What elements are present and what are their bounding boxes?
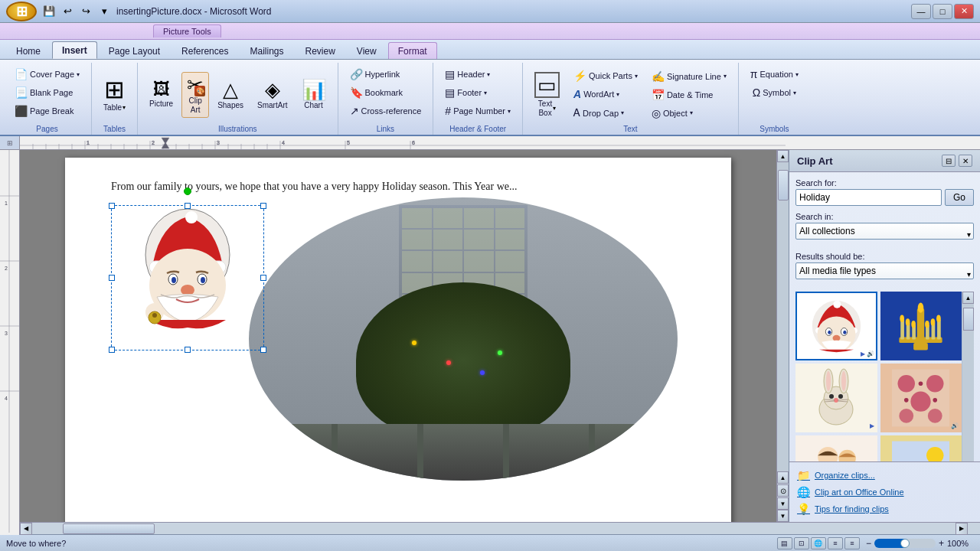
results-select[interactable]: All media file types <box>795 262 974 279</box>
page-break-button[interactable]: ⬛ Page Break <box>9 103 79 119</box>
scroll-prev-button[interactable]: ▲ <box>777 471 789 484</box>
hyperlink-button[interactable]: 🔗 Hyperlink <box>345 66 406 83</box>
handle-br[interactable] <box>260 347 266 353</box>
office-button[interactable]: ⊞ <box>6 2 37 21</box>
full-screen-button[interactable]: ⊡ <box>794 537 809 549</box>
drop-cap-button[interactable]: Ꭺ Drop Cap▾ <box>568 104 643 122</box>
undo-button[interactable]: ↩ <box>60 4 75 19</box>
clipart-item-sand[interactable]: 🔊 <box>880 435 962 461</box>
text-box-button[interactable]: ▭ TextBox ▾ <box>529 69 565 121</box>
handle-ml[interactable] <box>109 275 115 281</box>
chart-button[interactable]: 📊 Chart <box>296 77 332 113</box>
minimize-button[interactable]: — <box>911 4 931 19</box>
scroll-select-button[interactable]: ⊙ <box>777 484 789 497</box>
selected-image[interactable] <box>111 205 264 350</box>
wordart-button[interactable]: A WordArt▾ <box>568 86 643 103</box>
bookmark-button[interactable]: 🔖 Bookmark <box>345 84 409 101</box>
object-button[interactable]: ◎ Object▾ <box>646 105 732 122</box>
smartart-button[interactable]: ◈ SmartArt <box>252 77 292 113</box>
draft-button[interactable]: ≡ <box>844 537 860 549</box>
tables-label: Tables <box>98 123 131 135</box>
outline-button[interactable]: ≡ <box>828 537 843 549</box>
tab-page-layout[interactable]: Page Layout <box>99 42 170 59</box>
svg-point-96 <box>900 409 914 423</box>
handle-bm[interactable] <box>185 347 191 353</box>
tab-home[interactable]: Home <box>6 42 51 59</box>
clip-art-button[interactable]: ✂ 🎨 ClipArt <box>181 72 209 118</box>
maximize-button[interactable]: □ <box>933 4 952 19</box>
page-number-button[interactable]: # Page Number▾ <box>439 103 516 119</box>
shapes-button[interactable]: △ Shapes <box>212 77 249 113</box>
clipart-item-menorah[interactable] <box>880 292 962 360</box>
ribbon-group-text: ▭ TextBox ▾ ⚡ Quick Parts▾ A WordArt▾ Ꭺ … <box>523 63 739 135</box>
date-time-button[interactable]: 📅 Date & Time <box>646 86 732 103</box>
handle-bl[interactable] <box>109 347 115 353</box>
blank-page-button[interactable]: 📃 Blank Page <box>9 84 78 101</box>
h-scroll-track[interactable] <box>32 523 956 534</box>
tab-view[interactable]: View <box>347 42 387 59</box>
cross-reference-button[interactable]: ↗ Cross-reference <box>345 103 427 119</box>
zoom-in-button[interactable]: + <box>939 538 944 549</box>
symbol-icon: Ω <box>753 86 760 99</box>
table-button[interactable]: ⊞ Table ▾ <box>98 74 131 116</box>
organize-clips-link[interactable]: 📁 Organize clips... <box>795 467 974 484</box>
search-in-select[interactable]: All collections <box>795 223 974 240</box>
close-button[interactable]: ✕ <box>954 4 974 19</box>
cover-page-button[interactable]: 📄 Cover Page▾ <box>9 66 85 83</box>
h-scroll-right[interactable]: ▶ <box>956 523 968 535</box>
save-button[interactable]: 💾 <box>41 4 57 19</box>
scroll-up-button[interactable]: ▲ <box>777 150 789 162</box>
picture-button[interactable]: 🖼 Picture <box>144 78 178 112</box>
h-scroll-left[interactable]: ◀ <box>20 523 32 535</box>
clipart-scroll-up[interactable]: ▲ <box>962 292 974 304</box>
scroll-down-button[interactable]: ▼ <box>777 510 789 522</box>
clipart-close-button[interactable]: ✕ <box>959 155 972 167</box>
results-wrapper: All media file types <box>795 262 974 285</box>
zoom-out-button[interactable]: − <box>866 538 871 549</box>
pattern-badge: 🔊 <box>951 422 959 429</box>
zoom-slider[interactable] <box>874 539 936 548</box>
h-scroll-thumb[interactable] <box>63 523 155 534</box>
svg-point-62 <box>833 301 841 308</box>
clipart-item-santa[interactable]: ▶ 🔊 <box>795 292 877 360</box>
rotate-handle[interactable] <box>184 187 191 195</box>
clipart-item-rabbit[interactable]: ▶ <box>795 364 877 432</box>
handle-mr[interactable] <box>260 275 266 281</box>
print-layout-button[interactable]: ▤ <box>777 537 792 549</box>
scroll-track-v[interactable] <box>777 162 789 471</box>
handle-tl[interactable] <box>109 203 115 209</box>
equation-button[interactable]: π Equation▾ <box>745 66 804 83</box>
handle-tr[interactable] <box>260 203 266 209</box>
clipart-item-pattern[interactable]: 🔊 <box>880 364 962 432</box>
clipart-undock-button[interactable]: ⊟ <box>942 155 956 167</box>
clipart-scroll-track[interactable] <box>962 304 974 461</box>
signature-line-button[interactable]: ✍ Signature Line▾ <box>646 68 732 85</box>
footer-button[interactable]: ▤ Footer▾ <box>439 84 492 101</box>
search-input[interactable] <box>795 189 942 206</box>
tab-insert[interactable]: Insert <box>52 41 97 59</box>
clipart-item-couple[interactable]: ▶ <box>795 435 877 461</box>
office-online-link[interactable]: 🌐 Clip art on Office Online <box>795 484 974 500</box>
symbol-button[interactable]: Ω Symbol▾ <box>747 84 802 101</box>
redo-button[interactable]: ↪ <box>78 4 93 19</box>
handle-tm[interactable] <box>185 203 191 209</box>
tab-format[interactable]: Format <box>388 42 437 59</box>
tab-review[interactable]: Review <box>295 42 345 59</box>
customize-qa-button[interactable]: ▾ <box>96 4 112 19</box>
svg-point-47 <box>172 277 176 283</box>
header-button[interactable]: ▤ Header▾ <box>439 66 495 83</box>
tips-link[interactable]: 💡 Tips for finding clips <box>795 500 974 517</box>
tab-references[interactable]: References <box>172 42 238 59</box>
scroll-next-button[interactable]: ▼ <box>777 497 789 510</box>
clipart-scroll-thumb[interactable] <box>963 308 974 331</box>
go-button[interactable]: Go <box>945 189 974 206</box>
web-layout-button[interactable]: 🌐 <box>811 537 826 549</box>
svg-rect-65 <box>913 343 928 350</box>
tab-mailings[interactable]: Mailings <box>240 42 293 59</box>
document-area[interactable]: From our family to yours, we hope that y… <box>20 150 776 522</box>
scroll-thumb-v[interactable] <box>778 170 789 201</box>
quick-parts-button[interactable]: ⚡ Quick Parts▾ <box>568 67 643 84</box>
svg-point-98 <box>919 381 923 386</box>
pages-buttons: 📄 Cover Page▾ 📃 Blank Page ⬛ Page Break <box>9 63 85 123</box>
svg-point-72 <box>900 315 905 321</box>
